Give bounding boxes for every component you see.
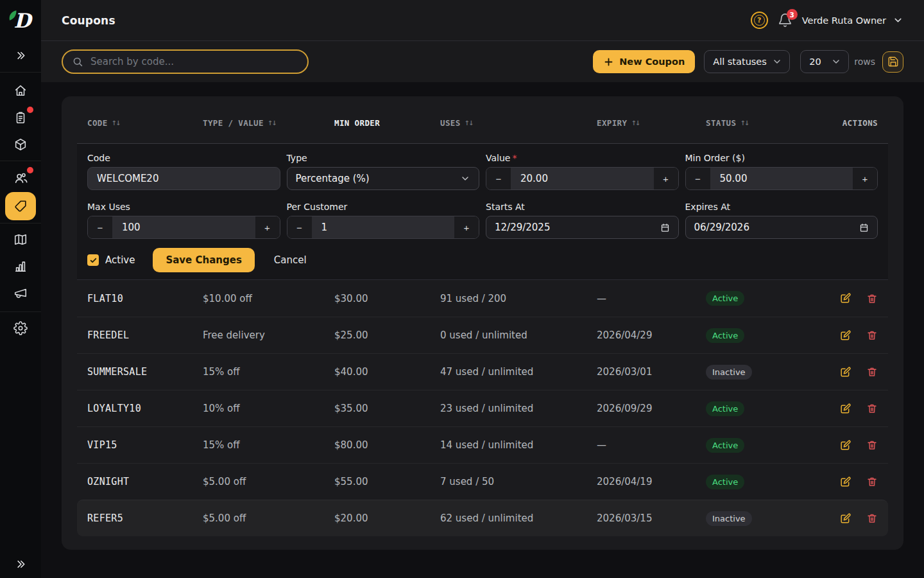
column-header-uses[interactable]: USES↑↓ [440,118,597,128]
expires-at-date-input[interactable]: 06/29/2026 [685,216,878,239]
value-increment-button[interactable]: + [654,168,678,189]
users-icon [13,171,28,186]
sidebar-item-products[interactable] [6,132,35,157]
sidebar-item-menu[interactable] [6,227,35,252]
coupon-type-value-cell: Free delivery [203,329,334,341]
delete-coupon-button[interactable] [866,403,878,414]
max-uses-field-label: Max Uses [87,202,280,212]
per-customer-stepper: − 1 + [287,216,480,239]
search-input[interactable] [90,56,298,67]
coupon-type-value-cell: $5.00 off [203,512,334,524]
max-uses-input[interactable]: 100 [112,216,255,238]
trash-icon [866,403,878,414]
table-row[interactable]: REFER5 $5.00 off $20.00 62 used / unlimi… [77,500,888,536]
edit-pencil-icon [839,403,851,415]
value-decrement-button[interactable]: − [486,168,511,189]
active-checkbox[interactable] [87,254,99,266]
coupon-code-cell: LOYALTY10 [87,403,203,414]
edit-pencil-icon [839,329,851,342]
delete-coupon-button[interactable] [866,476,878,487]
new-coupon-button[interactable]: New Coupon [593,50,695,73]
per-customer-field-label: Per Customer [287,202,480,212]
notification-dot [27,107,33,113]
column-header-status[interactable]: STATUS↑↓ [706,118,834,128]
notification-count-badge: 3 [787,9,798,20]
notification-dot [27,167,33,173]
user-menu[interactable]: Verde Ruta Owner [802,15,903,26]
coupon-uses-cell: 23 used / unlimited [440,403,597,414]
save-view-button[interactable] [882,51,903,73]
delete-coupon-button[interactable] [866,293,878,304]
value-input[interactable]: 20.00 [511,168,654,189]
expires-at-field-label: Expires At [685,202,878,212]
status-badge: Active [706,438,744,453]
double-chevron-right-icon [15,49,27,62]
sidebar-item-settings[interactable] [6,315,35,341]
sidebar-item-orders[interactable] [6,105,35,130]
column-header-expiry[interactable]: EXPIRY↑↓ [597,118,706,128]
app-logo[interactable]: D [0,0,41,41]
table-row[interactable]: FLAT10 $10.00 off $30.00 91 used / 200 —… [77,280,888,317]
per-customer-increment-button[interactable]: + [454,216,479,238]
edit-coupon-button[interactable] [839,403,851,415]
coupon-uses-cell: 62 used / unlimited [440,512,597,524]
delete-coupon-button[interactable] [866,439,878,451]
max-uses-increment-button[interactable]: + [255,216,280,238]
delete-coupon-button[interactable] [866,512,878,524]
coupon-min-order-cell: $20.00 [334,512,440,524]
trash-icon [866,366,878,378]
max-uses-decrement-button[interactable]: − [88,216,112,238]
tag-icon [13,199,28,213]
trash-icon [866,512,878,524]
edit-coupon-button[interactable] [839,292,851,304]
help-button[interactable]: ? [751,12,768,29]
delete-coupon-button[interactable] [866,366,878,378]
search-box[interactable] [62,49,309,74]
column-header-code[interactable]: CODE↑↓ [87,118,203,128]
page-size-select[interactable]: 20 [800,50,849,73]
sidebar-expand-button[interactable] [8,46,33,64]
code-input[interactable] [87,167,280,190]
edit-coupon-button[interactable] [839,439,851,451]
table-row[interactable]: OZNIGHT $5.00 off $55.00 7 used / 50 202… [77,463,888,500]
top-header: Coupons ? 3 Verde Ruta Owner [41,0,924,41]
chevron-down-icon [893,15,903,26]
per-customer-input[interactable]: 1 [312,216,455,238]
sidebar-item-coupons[interactable] [5,192,36,220]
coupon-code-cell: VIP15 [87,439,203,451]
calendar-icon [859,223,869,232]
edit-coupon-button[interactable] [839,366,851,378]
starts-at-date-input[interactable]: 12/29/2025 [486,216,679,239]
notifications-button[interactable]: 3 [778,13,792,28]
table-row[interactable]: FREEDEL Free delivery $25.00 0 used / un… [77,317,888,353]
edit-coupon-button[interactable] [839,476,851,488]
table-row[interactable]: LOYALTY10 10% off $35.00 23 used / unlim… [77,390,888,426]
min-order-decrement-button[interactable]: − [686,168,710,189]
status-badge: Inactive [706,365,752,380]
sidebar-item-home[interactable] [6,78,35,103]
coupon-expiry-cell: 2026/03/01 [597,366,706,378]
status-badge: Active [706,475,744,489]
edit-coupon-button[interactable] [839,329,851,342]
min-order-increment-button[interactable]: + [853,168,877,189]
coupon-type-value-cell: $5.00 off [203,476,334,487]
cancel-button[interactable]: Cancel [274,254,307,266]
min-order-input[interactable]: 50.00 [710,168,853,189]
type-select[interactable]: Percentage (%) [287,167,480,190]
sidebar-item-marketing[interactable] [6,281,35,306]
table-row[interactable]: SUMMERSALE 15% off $40.00 47 used / unli… [77,353,888,390]
coupon-expiry-cell: 2026/04/19 [597,476,706,487]
sidebar-item-analytics[interactable] [6,254,35,279]
rows-label: rows [854,57,875,67]
save-changes-button[interactable]: Save Changes [153,248,254,272]
delete-coupon-button[interactable] [866,329,878,341]
table-row[interactable]: VIP15 15% off $80.00 14 used / unlimited… [77,426,888,463]
leaf-icon [7,10,19,22]
value-stepper: − 20.00 + [486,167,679,190]
column-header-type-value[interactable]: TYPE / VALUE↑↓ [203,118,334,128]
sidebar-item-customers[interactable] [6,165,35,191]
sidebar-collapse-bottom-button[interactable] [8,555,33,573]
per-customer-decrement-button[interactable]: − [287,216,312,238]
edit-coupon-button[interactable] [839,512,851,525]
status-filter-select[interactable]: All statuses [704,50,790,73]
